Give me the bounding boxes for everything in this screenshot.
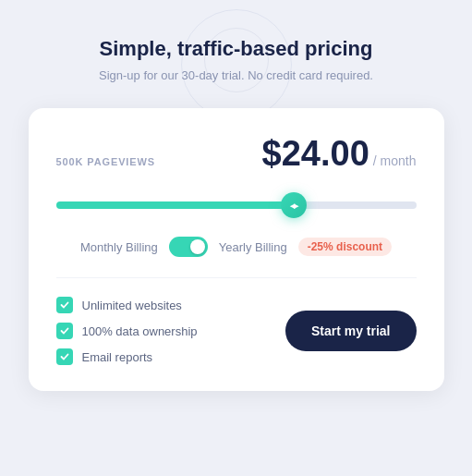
pageview-slider[interactable]: ◂▸ xyxy=(56,192,417,218)
feature-text-0: Unlimited websites xyxy=(82,299,182,312)
monthly-billing-label: Monthly Billing xyxy=(80,240,158,254)
feature-item-1: 100% data ownership xyxy=(56,323,198,339)
check-icon-0 xyxy=(56,297,73,313)
yearly-billing-label: Yearly Billing xyxy=(219,240,287,254)
start-trial-button[interactable]: Start my trial xyxy=(285,311,417,351)
features-list: Unlimited websites 100% data ownership E… xyxy=(56,297,198,365)
bottom-row: Unlimited websites 100% data ownership E… xyxy=(56,297,417,365)
page-title: Simple, traffic-based pricing xyxy=(99,37,373,61)
slider-thumb-arrows: ◂▸ xyxy=(290,201,297,211)
price-display: $24.00 / month xyxy=(262,134,417,174)
pageviews-row: 500K PAGEVIEWS $24.00 / month xyxy=(56,134,417,174)
check-icon-2 xyxy=(56,348,73,365)
price-amount: $24.00 xyxy=(262,134,369,174)
card-divider xyxy=(56,277,417,278)
check-icon-1 xyxy=(56,323,73,339)
feature-text-1: 100% data ownership xyxy=(82,324,198,338)
slider-track xyxy=(56,201,417,209)
discount-badge: -25% discount xyxy=(298,238,392,256)
feature-text-2: Email reports xyxy=(82,350,153,364)
billing-toggle[interactable] xyxy=(169,237,208,257)
page-subtitle: Sign-up for our 30-day trial. No credit … xyxy=(99,68,373,82)
billing-toggle-row: Monthly Billing Yearly Billing -25% disc… xyxy=(56,237,417,257)
page-header: Simple, traffic-based pricing Sign-up fo… xyxy=(99,0,373,82)
pricing-card: 500K PAGEVIEWS $24.00 / month ◂▸ Monthly… xyxy=(29,108,444,391)
pageviews-label: 500K PAGEVIEWS xyxy=(56,156,155,167)
slider-thumb[interactable]: ◂▸ xyxy=(281,192,307,218)
price-period: / month xyxy=(373,153,417,168)
toggle-knob xyxy=(190,239,205,254)
feature-item-2: Email reports xyxy=(56,348,198,365)
feature-item-0: Unlimited websites xyxy=(56,297,198,313)
